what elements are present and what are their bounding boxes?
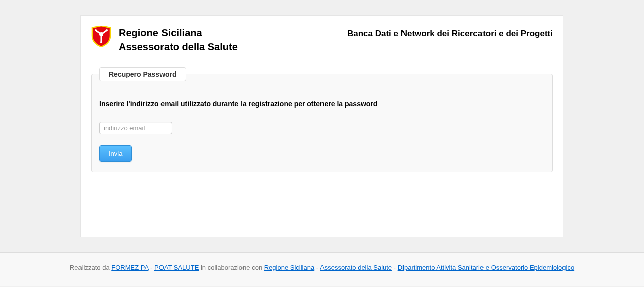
footer-link-formez[interactable]: FORMEZ PA (111, 264, 148, 271)
recover-password-fieldset: Recupero Password Inserire l'indirizzo e… (91, 74, 553, 172)
svg-point-2 (106, 29, 108, 31)
footer-sep: - (314, 264, 320, 271)
svg-point-1 (95, 29, 97, 31)
region-logo-icon (91, 26, 111, 47)
footer-link-assessorato[interactable]: Assessorato della Salute (320, 264, 392, 271)
fieldset-legend: Recupero Password (99, 67, 186, 81)
footer-mid: in collaborazione con (199, 264, 264, 271)
header-title: Banca Dati e Network dei Ricercatori e d… (347, 29, 553, 39)
logo-block: Regione Siciliana Assessorato della Salu… (91, 26, 238, 54)
logo-line2: Assessorato della Salute (119, 40, 238, 54)
footer-prefix: Realizzato da (70, 264, 111, 271)
svg-point-3 (100, 41, 102, 43)
form-instruction: Inserire l'indirizzo email utilizzato du… (99, 100, 545, 108)
footer-sep: - (148, 264, 154, 271)
logo-text: Regione Siciliana Assessorato della Salu… (119, 26, 238, 54)
main-panel: Regione Siciliana Assessorato della Salu… (80, 15, 564, 237)
footer-link-poat[interactable]: POAT SALUTE (154, 264, 199, 271)
header: Regione Siciliana Assessorato della Salu… (91, 26, 553, 54)
submit-button[interactable]: Invia (99, 145, 132, 162)
footer-link-regione[interactable]: Regione Siciliana (264, 264, 314, 271)
email-input[interactable] (99, 122, 172, 134)
footer: Realizzato da FORMEZ PA - POAT SALUTE in… (0, 252, 644, 286)
footer-link-dipartimento[interactable]: Dipartimento Attivita Sanitarie e Osserv… (398, 264, 574, 271)
footer-sep: - (392, 264, 398, 271)
logo-line1: Regione Siciliana (119, 26, 238, 40)
